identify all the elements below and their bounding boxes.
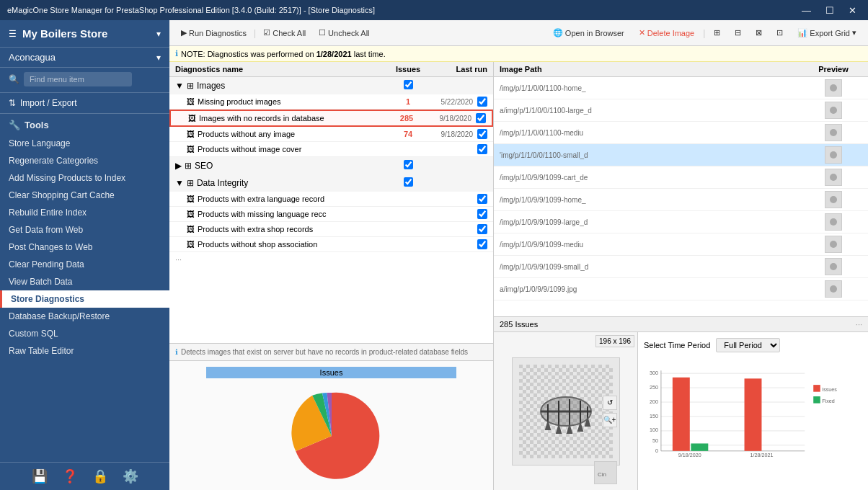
sidebar-item-import-export[interactable]: ⇅ Import / Export [0, 94, 169, 112]
sidebar-aconcagua[interactable]: Aconcagua ▾ [0, 48, 169, 68]
icon-btn-4[interactable]: ⊡ [771, 26, 789, 40]
item-checkbox[interactable] [477, 97, 487, 107]
image-path-text: a/img/p/1/0/9/9/1099.jpg [500, 285, 805, 293]
sidebar-item-store-language[interactable]: Store Language [0, 135, 169, 152]
preview-thumbnail: Cin [594, 461, 617, 484]
diag-item-name: 🖼 Images with no records in database [188, 114, 385, 122]
item-checkbox[interactable] [477, 144, 487, 154]
uncheck-all-button[interactable]: ☐ Uncheck All [313, 26, 375, 40]
help-footer-button[interactable]: ❓ [62, 468, 78, 484]
header-issues: Issues [386, 65, 430, 74]
diag-toolbar: ▶ Run Diagnostics | ☑ Check All ☐ Unchec… [169, 20, 868, 46]
image-row[interactable]: /img/p/1/0/9/9/1099-cart_de [494, 166, 868, 189]
diag-row[interactable]: 🖼 Products without any image 74 9/18/202… [169, 127, 493, 142]
group-label: Data Integrity [197, 178, 248, 188]
diag-row[interactable]: 🖼 Products with extra language record [169, 192, 493, 207]
icon-btn-1[interactable]: ⊞ [708, 26, 726, 40]
delete-image-button[interactable]: ✕ Delete Image [633, 26, 700, 40]
hamburger-icon[interactable]: ☰ [9, 29, 17, 39]
legend-issues-label: Issues [822, 387, 837, 393]
sidebar-item-clear-cart[interactable]: Clear Shopping Cart Cache [0, 187, 169, 204]
export-chevron-icon: ▾ [852, 28, 856, 37]
diag-row[interactable]: 🖼 Images with no records in database 285… [169, 110, 493, 127]
sidebar-item-view-batch[interactable]: View Batch Data [0, 273, 169, 290]
item-checkbox[interactable] [477, 209, 487, 219]
diag-row[interactable]: 🖼 Products without shop association [169, 237, 493, 252]
sidebar-item-db-backup[interactable]: Database Backup/Restore [0, 308, 169, 325]
image-row[interactable]: /img/p/1/0/9/9/1099-small_d [494, 256, 868, 278]
maximize-button[interactable]: ☐ [821, 4, 838, 17]
image-row[interactable]: /img/p/1/0/9/9/1099-mediu [494, 233, 868, 256]
export-grid-button[interactable]: 📊 Export Grid ▾ [792, 26, 862, 40]
diag-issues-count: 74 [386, 130, 430, 138]
diag-row[interactable]: 🖼 Products with extra shop records [169, 222, 493, 237]
icon-btn-3[interactable]: ⊠ [750, 26, 768, 40]
diag-group-data-integrity[interactable]: ▼ ⊞ Data Integrity [169, 174, 493, 192]
save-footer-button[interactable]: 💾 [32, 468, 48, 484]
minimize-button[interactable]: — [797, 4, 815, 17]
image-row[interactable]: 'img/p/1/1/0/0/1100-small_d [494, 144, 868, 166]
item-checkbox[interactable] [477, 194, 487, 204]
titlebar-controls: — ☐ ✕ [797, 4, 861, 17]
icon-btn-2[interactable]: ⊟ [729, 26, 747, 40]
thumb-icon [825, 169, 842, 186]
open-browser-button[interactable]: 🌐 Open in Browser [547, 26, 630, 40]
run-diagnostics-button[interactable]: ▶ Run Diagnostics [175, 26, 252, 40]
image-row[interactable]: /img/p/1/1/0/0/1100-home_ [494, 77, 868, 99]
export-icon: 📊 [797, 28, 807, 37]
preview-area: 196 x 196 [494, 331, 868, 490]
sidebar-tools-section[interactable]: 🔧 Tools [0, 115, 169, 135]
check-all-button[interactable]: ☑ Check All [257, 26, 311, 40]
item-checkbox[interactable] [477, 224, 487, 234]
diag-date: 9/18/2020 [441, 130, 474, 138]
diag-row[interactable]: 🖼 Products with missing language recc [169, 207, 493, 222]
item-checkbox[interactable] [477, 239, 487, 249]
diag-date: 9/18/2020 [440, 115, 472, 122]
sidebar-item-raw-table[interactable]: Raw Table Editor [0, 342, 169, 360]
svg-text:Cin: Cin [598, 471, 606, 478]
image-row[interactable]: a/img/p/1/0/9/9/1099.jpg [494, 278, 868, 300]
image-preview-cell [805, 124, 862, 141]
sidebar-item-get-data[interactable]: Get Data from Web [0, 221, 169, 239]
group-checkbox[interactable] [404, 80, 413, 89]
sidebar-menu-items: Store LanguageRegenerate CategoriesAdd M… [0, 135, 169, 360]
group-checkbox[interactable] [404, 177, 413, 187]
y-label-100: 100 [650, 428, 658, 434]
settings-footer-button[interactable]: ⚙️ [123, 468, 138, 484]
preview-size-badge: 196 x 196 [595, 335, 634, 347]
svg-point-19 [830, 285, 837, 293]
search-input[interactable] [24, 72, 132, 86]
svg-point-3 [830, 107, 837, 114]
sidebar-item-clear-pending[interactable]: Clear Pending Data [0, 256, 169, 273]
image-row[interactable]: /img/p/1/1/0/0/1100-mediu [494, 122, 868, 144]
time-period-select[interactable]: Full PeriodLast YearLast MonthLast Week [716, 338, 780, 352]
close-button[interactable]: ✕ [844, 4, 861, 17]
group-check [386, 80, 430, 92]
preview-zoom-in-button[interactable]: 🔍+ [603, 413, 617, 427]
sidebar-item-add-missing[interactable]: Add Missing Products to Index [0, 169, 169, 187]
preview-refresh-button[interactable]: ↺ [603, 396, 617, 410]
diag-row[interactable]: 🖼 Products without image cover [169, 142, 493, 157]
item-checkbox[interactable] [476, 113, 486, 123]
tools-label: Tools [25, 120, 49, 130]
image-row[interactable]: /img/p/1/0/9/9/1099-large_d [494, 211, 868, 233]
item-checkbox[interactable] [477, 129, 487, 139]
sidebar-item-post-changes[interactable]: Post Changes to Web [0, 239, 169, 256]
header-lastrun: Last run [430, 65, 487, 74]
sidebar-item-store-diag[interactable]: Store Diagnostics [0, 290, 169, 308]
group-checkbox[interactable] [404, 160, 413, 169]
sidebar-item-regen-cat[interactable]: Regenerate Categories [0, 152, 169, 169]
sidebar-item-rebuild-index[interactable]: Rebuild Entire Index [0, 204, 169, 221]
sidebar-item-custom-sql[interactable]: Custom SQL [0, 325, 169, 342]
diag-group-seo[interactable]: ▶ ⊞ SEO [169, 157, 493, 174]
item-icon: 🖼 [188, 114, 196, 122]
image-row[interactable]: /img/p/1/0/9/9/1099-home_ [494, 189, 868, 211]
lock-footer-button[interactable]: 🔒 [92, 468, 108, 484]
thumb-svg: Cin [595, 462, 617, 484]
diag-group-images[interactable]: ▼ ⊞ Images [169, 77, 493, 94]
diag-row-end [430, 144, 487, 154]
diag-row[interactable]: 🖼 Missing product images 1 5/22/2020 [169, 94, 493, 110]
sidebar-store[interactable]: ☰ My Boilers Store ▾ [0, 20, 169, 48]
image-path-text: /img/p/1/0/9/9/1099-mediu [500, 241, 805, 249]
image-row[interactable]: a/img/p/1/1/0/0/1100-large_d [494, 99, 868, 122]
